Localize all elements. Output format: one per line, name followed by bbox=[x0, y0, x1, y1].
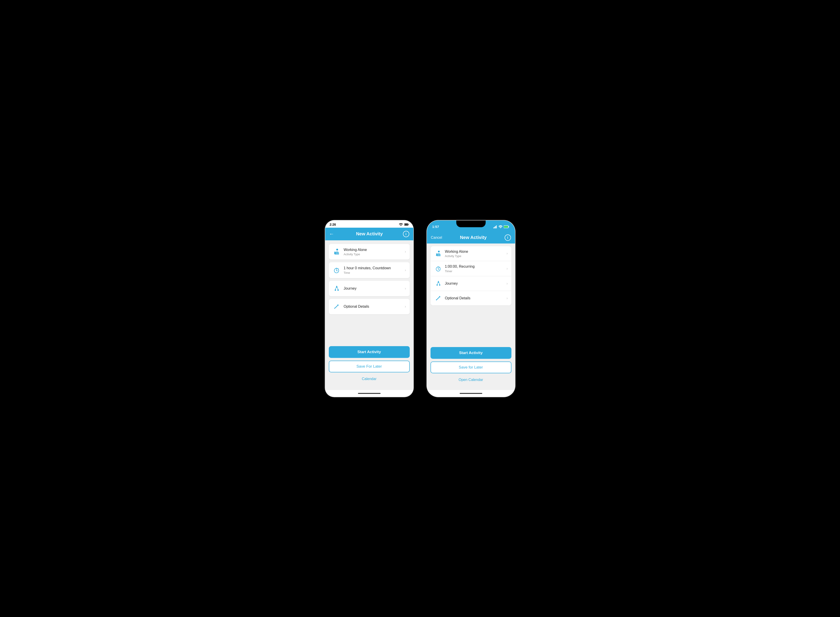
android-app-header: ← New Activity i bbox=[325, 228, 413, 240]
journey-title: Journey bbox=[344, 286, 402, 291]
journey-icon bbox=[332, 285, 340, 292]
svg-rect-6 bbox=[336, 268, 337, 269]
chevron-icon: › bbox=[507, 267, 508, 271]
ios-header-title: New Activity bbox=[442, 235, 504, 240]
chevron-icon: › bbox=[405, 304, 406, 308]
ios-optional-title: Optional Details bbox=[445, 296, 504, 301]
ios-phone: 1:57 Cancel New Activity i bbox=[427, 220, 515, 397]
chevron-icon: › bbox=[405, 268, 406, 272]
timer-title: 1 hour 0 minutes, Countdown bbox=[344, 266, 402, 271]
ios-cards-group: Working Alone Activity Type › 1:00:00, R bbox=[430, 246, 511, 306]
timer-item[interactable]: 1 hour 0 minutes, Countdown Time › bbox=[329, 262, 410, 278]
android-status-icons bbox=[399, 223, 409, 226]
ios-working-alone-item[interactable]: Working Alone Activity Type › bbox=[430, 246, 511, 261]
save-for-later-button[interactable]: Save For Later bbox=[329, 361, 410, 372]
ios-start-activity-button[interactable]: Start Activity bbox=[430, 347, 511, 359]
calendar-button[interactable]: Calendar bbox=[329, 375, 410, 383]
ios-app-header: Cancel New Activity i bbox=[427, 232, 515, 244]
android-info-button[interactable]: i bbox=[403, 231, 409, 237]
ios-journey-content: Journey bbox=[445, 281, 504, 286]
battery-icon bbox=[404, 223, 409, 226]
svg-rect-12 bbox=[494, 227, 495, 228]
svg-point-19 bbox=[436, 254, 437, 255]
android-working-alone-card: Working Alone Activity Type › bbox=[329, 244, 410, 260]
svg-rect-11 bbox=[493, 227, 494, 228]
ios-working-alone-icon bbox=[434, 249, 442, 257]
ios-journey-icon bbox=[434, 279, 442, 288]
timer-subtitle: Time bbox=[344, 271, 402, 275]
notch bbox=[456, 220, 486, 227]
android-header-title: New Activity bbox=[336, 231, 403, 236]
svg-rect-13 bbox=[495, 226, 496, 228]
android-content: Working Alone Activity Type › 1 bbox=[325, 240, 413, 390]
optional-content: Optional Details bbox=[344, 304, 402, 309]
chevron-icon: › bbox=[507, 251, 508, 255]
ios-journey-title: Journey bbox=[445, 281, 504, 286]
svg-point-22 bbox=[439, 267, 440, 268]
home-bar bbox=[358, 393, 380, 394]
signal-icon bbox=[493, 225, 497, 228]
chevron-icon: › bbox=[405, 286, 406, 291]
ios-timer-content: 1:00:00, Recurring Timer bbox=[445, 264, 504, 273]
android-journey-card: Journey › bbox=[329, 281, 410, 296]
svg-rect-17 bbox=[504, 226, 508, 227]
ios-home-indicator bbox=[427, 390, 515, 397]
svg-rect-1 bbox=[408, 224, 408, 225]
chevron-icon: › bbox=[507, 296, 508, 300]
svg-point-7 bbox=[337, 269, 339, 269]
svg-rect-21 bbox=[438, 267, 439, 267]
ios-working-alone-title: Working Alone bbox=[445, 249, 504, 254]
svg-point-3 bbox=[336, 249, 338, 251]
battery-icon bbox=[504, 225, 510, 228]
ios-working-alone-content: Working Alone Activity Type bbox=[445, 249, 504, 258]
working-alone-title: Working Alone bbox=[344, 248, 402, 252]
pencil-icon bbox=[332, 303, 340, 311]
working-alone-content: Working Alone Activity Type bbox=[344, 248, 402, 256]
ios-working-alone-subtitle: Activity Type bbox=[445, 254, 504, 258]
ios-save-for-later-button[interactable]: Save for Later bbox=[430, 362, 511, 373]
ios-optional-content: Optional Details bbox=[445, 296, 504, 301]
working-alone-icon bbox=[332, 248, 340, 256]
ios-timer-icon bbox=[434, 264, 442, 273]
ios-timer-subtitle: Timer bbox=[445, 270, 504, 273]
cancel-button[interactable]: Cancel bbox=[431, 236, 442, 240]
journey-item[interactable]: Journey › bbox=[329, 281, 410, 296]
start-activity-button[interactable]: Start Activity bbox=[329, 346, 410, 358]
ios-calendar-button[interactable]: Open Calendar bbox=[430, 376, 511, 384]
ios-pencil-icon bbox=[434, 294, 442, 302]
ios-journey-item[interactable]: Journey › bbox=[430, 276, 511, 291]
timer-icon bbox=[332, 266, 340, 274]
journey-content: Journey bbox=[344, 286, 402, 291]
ios-status-bar: 1:57 bbox=[427, 220, 515, 232]
android-phone: 2:26 ← New Activity i bbox=[325, 220, 413, 397]
ios-content: Working Alone Activity Type › 1:00:00, R bbox=[427, 244, 515, 390]
android-status-bar: 2:26 bbox=[325, 220, 413, 228]
ios-home-bar bbox=[460, 393, 482, 394]
ios-time: 1:57 bbox=[432, 225, 439, 229]
timer-content: 1 hour 0 minutes, Countdown Time bbox=[344, 266, 402, 275]
ios-timer-item[interactable]: 1:00:00, Recurring Timer › bbox=[430, 261, 511, 276]
working-alone-subtitle: Activity Type bbox=[344, 252, 402, 256]
ios-optional-item[interactable]: Optional Details › bbox=[430, 291, 511, 306]
ios-status-icons bbox=[493, 225, 510, 228]
ios-info-button[interactable]: i bbox=[505, 235, 511, 241]
wifi-icon bbox=[498, 225, 503, 228]
chevron-icon: › bbox=[507, 282, 508, 286]
svg-rect-16 bbox=[508, 226, 509, 227]
chevron-icon: › bbox=[405, 249, 406, 254]
optional-details-item[interactable]: Optional Details › bbox=[329, 299, 410, 314]
svg-rect-14 bbox=[496, 226, 497, 228]
android-timer-card: 1 hour 0 minutes, Countdown Time › bbox=[329, 262, 410, 278]
android-buttons: Start Activity Save For Later Calendar bbox=[329, 346, 410, 387]
svg-point-4 bbox=[334, 252, 336, 253]
back-button[interactable]: ← bbox=[329, 231, 336, 237]
ios-buttons: Start Activity Save for Later Open Calen… bbox=[430, 347, 511, 387]
working-alone-item[interactable]: Working Alone Activity Type › bbox=[329, 244, 410, 260]
svg-rect-2 bbox=[405, 224, 408, 226]
android-time: 2:26 bbox=[330, 223, 336, 226]
wifi-icon bbox=[399, 223, 403, 226]
optional-title: Optional Details bbox=[344, 304, 402, 309]
android-optional-card: Optional Details › bbox=[329, 299, 410, 314]
svg-point-18 bbox=[438, 251, 439, 252]
android-home-indicator bbox=[325, 390, 413, 397]
